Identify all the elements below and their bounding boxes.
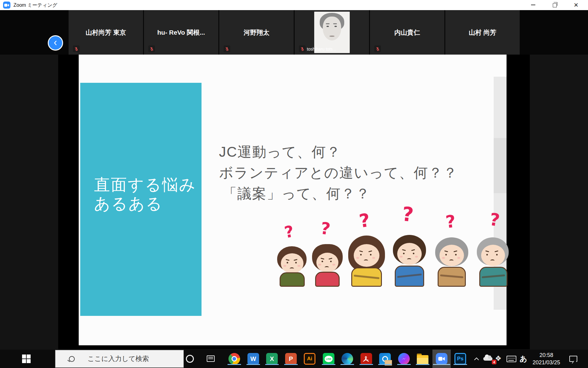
excel-icon: X	[266, 353, 278, 365]
slide-title-line2: あるある	[94, 193, 163, 215]
zoom-app-icon	[3, 2, 10, 9]
photoshop-icon: Ps	[454, 353, 466, 365]
question-mark: ?	[358, 209, 371, 232]
muted-mic-icon	[299, 45, 306, 52]
participant-name: 山村尚芳 東京	[69, 10, 143, 55]
clock[interactable]: 20:58 2021/03/25	[529, 351, 564, 366]
window-titlebar: Zoom ミーティング ✕	[0, 0, 588, 10]
participant-tile[interactable]: 河野翔太	[219, 10, 294, 55]
window-title: Zoom ミーティング	[13, 0, 57, 10]
participant-tile[interactable]: 山村 尚芳	[445, 10, 520, 55]
task-view-button[interactable]	[207, 355, 215, 362]
participant-strip: 山村尚芳 東京 hu- ReVo 関根... 河野翔太 toshi	[0, 10, 588, 55]
restore-button[interactable]	[546, 0, 564, 10]
touch-keyboard-icon[interactable]	[506, 355, 517, 362]
tray-expand-button[interactable]	[472, 355, 481, 362]
question-mark: ?	[445, 211, 457, 232]
taskbar-app-photoshop[interactable]: Ps	[454, 353, 466, 365]
minimize-icon	[531, 5, 535, 5]
presentation-slide: 直面する悩み あるある JC運動って、何？ ボランティアとの違いって、何？？ 「…	[79, 55, 507, 345]
onedrive-icon[interactable]	[483, 355, 493, 362]
muted-mic-icon	[374, 45, 381, 52]
taskbar-app-outlook[interactable]	[379, 353, 391, 365]
outlook-icon	[379, 353, 391, 365]
clock-time: 20:58	[529, 351, 564, 359]
restore-icon	[553, 3, 557, 7]
powerpoint-icon: P	[285, 353, 297, 365]
action-center-button[interactable]	[568, 355, 578, 363]
question-mark: ?	[283, 222, 295, 242]
cortana-button[interactable]	[186, 355, 194, 363]
participant-name: toshiharu tots...	[307, 47, 336, 52]
taskbar-app-line[interactable]: LINE	[322, 353, 335, 365]
chevron-left-icon	[53, 40, 58, 46]
taskbar-app-excel[interactable]: X	[266, 353, 278, 365]
chrome-icon	[228, 353, 240, 365]
taskbar-app-powerpoint[interactable]: P	[285, 353, 297, 365]
windows-logo-icon	[22, 355, 31, 363]
slide-body-line3: 「議案」って、何？？	[223, 184, 370, 203]
dropbox-icon[interactable]: ❖ 4	[494, 354, 503, 363]
slide-body-line2: ボランティアとの違いって、何？？	[219, 163, 458, 182]
taskbar-app-messenger[interactable]	[398, 353, 410, 365]
messenger-icon	[398, 353, 410, 365]
close-button[interactable]: ✕	[567, 0, 585, 10]
illustrator-icon: Ai	[304, 353, 315, 365]
participant-name: hu- ReVo 関根...	[144, 10, 218, 55]
participant-name: 内山貴仁	[370, 10, 444, 55]
notification-icon	[569, 356, 577, 362]
taskbar-app-word[interactable]: W	[247, 353, 259, 365]
muted-mic-icon	[73, 45, 80, 52]
taskbar-app-chrome[interactable]	[228, 353, 240, 365]
muted-mic-icon	[224, 45, 230, 52]
clock-date: 2021/03/25	[529, 359, 564, 366]
shared-screen-area: 直面する悩み あるある JC運動って、何？ ボランティアとの違いって、何？？ 「…	[58, 55, 530, 349]
question-mark: ?	[319, 218, 332, 239]
taskbar-app-edge[interactable]	[341, 353, 353, 365]
search-icon	[69, 356, 75, 362]
participant-tile[interactable]: 山村尚芳 東京	[69, 10, 143, 55]
participant-tile[interactable]: hu- ReVo 関根...	[144, 10, 218, 55]
line-icon: LINE	[323, 353, 334, 365]
participant-tile[interactable]: toshiharu tots...	[295, 10, 369, 55]
question-mark: ?	[401, 202, 415, 226]
minimize-button[interactable]	[524, 0, 542, 10]
participant-name: 河野翔太	[219, 10, 294, 55]
acrobat-icon	[360, 353, 372, 365]
edge-icon	[341, 353, 353, 365]
slide-body-line1: JC運動って、何？	[219, 143, 341, 162]
taskbar-app-illustrator[interactable]: Ai	[303, 353, 316, 365]
participant-tile[interactable]: 内山貴仁	[370, 10, 444, 55]
participant-name: 山村 尚芳	[445, 10, 520, 55]
word-icon: W	[247, 353, 259, 365]
back-button[interactable]	[48, 35, 63, 51]
dropbox-badge: 4	[492, 360, 496, 364]
start-button[interactable]	[13, 350, 39, 368]
search-placeholder-text: ここに入力して検索	[88, 354, 149, 363]
muted-mic-icon	[148, 45, 155, 52]
search-input[interactable]: ここに入力して検索	[55, 350, 184, 368]
chevron-up-icon	[474, 357, 479, 361]
zoom-icon	[436, 353, 447, 365]
taskbar-app-explorer[interactable]	[417, 353, 429, 365]
slide-title-line1: 直面する悩み	[94, 174, 196, 196]
scrollbar-thumb[interactable]	[494, 138, 507, 193]
taskbar-app-acrobat[interactable]	[360, 353, 372, 365]
desktop: Zoom ミーティング ✕ 山村尚芳 東京 hu- ReVo 関根... 河野翔…	[0, 0, 588, 368]
file-explorer-icon	[417, 355, 428, 364]
slide-title-panel: 直面する悩み あるある	[80, 83, 202, 316]
close-icon: ✕	[574, 2, 579, 8]
taskbar: ここに入力して検索 W X P Ai LINE	[0, 350, 588, 368]
taskbar-app-zoom[interactable]	[435, 353, 448, 365]
ime-indicator[interactable]: あ	[519, 354, 528, 363]
